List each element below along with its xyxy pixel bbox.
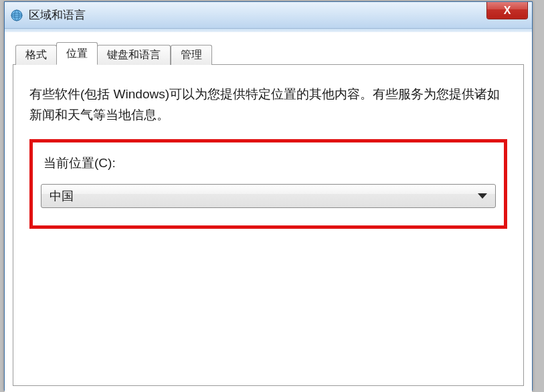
close-icon: X	[504, 5, 511, 17]
tab-location[interactable]: 位置	[56, 42, 98, 65]
tab-label: 键盘和语言	[107, 48, 161, 62]
client-top-strip	[5, 29, 532, 32]
dropdown-value: 中国	[50, 188, 74, 204]
highlight-box: 当前位置(C): 中国	[29, 139, 507, 229]
region-language-window: 区域和语言 X 格式 位置 键盘和语言 管理 有些软件(包括 Windows)可…	[4, 1, 533, 391]
current-location-label: 当前位置(C):	[41, 155, 496, 172]
close-button[interactable]: X	[486, 2, 528, 19]
tab-keyboard-language[interactable]: 键盘和语言	[97, 45, 171, 65]
globe-icon	[10, 9, 23, 22]
window-title: 区域和语言	[29, 7, 86, 23]
tab-label: 管理	[181, 48, 202, 62]
current-location-dropdown[interactable]: 中国	[41, 184, 496, 208]
tab-label: 格式	[25, 48, 47, 62]
client-area: 格式 位置 键盘和语言 管理 有些软件(包括 Windows)可以为您提供特定位…	[5, 41, 532, 392]
titlebar[interactable]: 区域和语言 X	[5, 2, 532, 29]
tab-label: 位置	[66, 47, 88, 61]
tabs-row: 格式 位置 键盘和语言 管理	[5, 41, 532, 64]
chevron-down-icon	[478, 193, 487, 199]
location-description: 有些软件(包括 Windows)可以为您提供特定位置的其他内容。有些服务为您提供…	[29, 84, 507, 126]
tab-panel-location: 有些软件(包括 Windows)可以为您提供特定位置的其他内容。有些服务为您提供…	[13, 64, 524, 386]
tab-format[interactable]: 格式	[15, 45, 57, 65]
tab-admin[interactable]: 管理	[171, 45, 212, 65]
